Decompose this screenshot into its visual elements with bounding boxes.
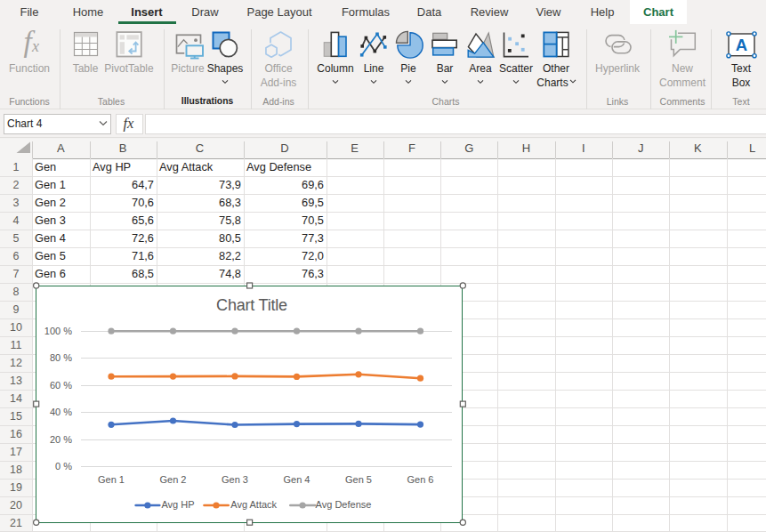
svg-text:x: x (31, 37, 39, 55)
svg-text:A: A (736, 36, 747, 54)
